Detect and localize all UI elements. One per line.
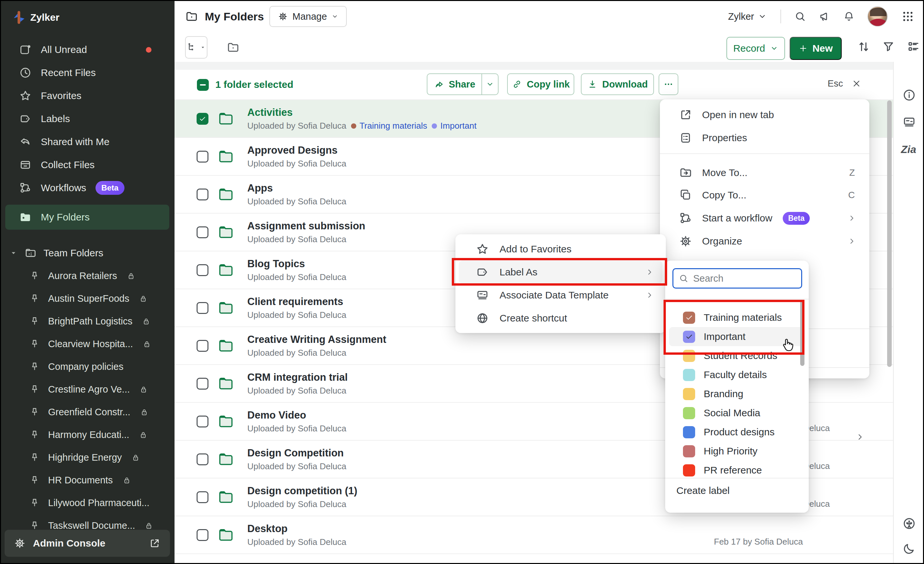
org-switcher[interactable]: Zylker bbox=[728, 11, 766, 22]
label-checkbox[interactable] bbox=[683, 426, 695, 438]
sidebar-team-folders-header[interactable]: Team Folders bbox=[0, 241, 174, 265]
folder-row[interactable]: DesktopUploaded by Sofia DelucaFeb 17 by… bbox=[174, 516, 893, 554]
row-checkbox[interactable] bbox=[196, 264, 208, 276]
info-icon[interactable] bbox=[902, 88, 916, 102]
apps-grid-icon[interactable] bbox=[902, 10, 914, 23]
copy-link-button[interactable]: Copy link bbox=[507, 73, 574, 95]
new-folder-icon[interactable] bbox=[226, 41, 240, 54]
sidebar-team-item[interactable]: HR Documents bbox=[0, 469, 174, 492]
folder-label[interactable]: Important bbox=[432, 121, 477, 131]
label-panel-scrollbar[interactable] bbox=[800, 300, 804, 366]
sidebar-team-item[interactable]: Lilywood Pharmaceuti... bbox=[0, 492, 174, 514]
label-option-product-designs[interactable]: Product designs bbox=[669, 422, 805, 441]
sidebar-team-item[interactable]: Clearview Hospita... bbox=[0, 333, 174, 355]
label-option-important[interactable]: Important bbox=[669, 327, 805, 346]
submenu-item-associate-data-template[interactable]: Associate Data Template bbox=[459, 284, 663, 307]
select-all-checkbox[interactable] bbox=[197, 79, 209, 91]
row-checkbox[interactable] bbox=[196, 491, 208, 503]
download-button[interactable]: Download bbox=[581, 73, 654, 95]
label-checkbox[interactable] bbox=[683, 445, 695, 458]
sidebar-team-item[interactable]: Austin SuperFoods bbox=[0, 287, 174, 310]
sort-icon[interactable] bbox=[857, 40, 870, 53]
new-button[interactable]: New bbox=[790, 37, 842, 60]
announcements-icon[interactable] bbox=[819, 10, 831, 22]
row-checkbox[interactable] bbox=[196, 453, 208, 465]
manage-button[interactable]: Manage bbox=[269, 6, 347, 27]
submenu-item-add-to-favorites[interactable]: Add to Favorites bbox=[459, 238, 663, 260]
folder-name: Assignment submission bbox=[247, 220, 365, 232]
label-option-social-media[interactable]: Social Media bbox=[669, 404, 805, 422]
folder-subline: Uploaded by Sofia Deluca bbox=[247, 159, 346, 169]
label-checkbox[interactable] bbox=[683, 331, 695, 343]
row-checkbox[interactable] bbox=[196, 151, 208, 163]
row-checkbox[interactable] bbox=[196, 529, 208, 541]
sidebar-item-workflows[interactable]: WorkflowsBeta bbox=[0, 177, 174, 199]
row-checkbox[interactable] bbox=[196, 113, 208, 125]
sidebar-team-item[interactable]: Crestline Agro Ve... bbox=[0, 378, 174, 401]
label-option-high-priority[interactable]: High Priority bbox=[669, 441, 805, 461]
list-scrollbar[interactable] bbox=[887, 100, 892, 367]
label-checkbox[interactable] bbox=[683, 464, 695, 476]
label-checkbox[interactable] bbox=[683, 388, 695, 400]
label-option-branding[interactable]: Branding bbox=[669, 384, 805, 404]
label-option-training-materials[interactable]: Training materials bbox=[669, 308, 805, 327]
notifications-bell-icon[interactable] bbox=[843, 10, 855, 22]
sidebar-item-collect-files[interactable]: Collect Files bbox=[0, 153, 174, 177]
list-view-icon[interactable] bbox=[907, 40, 920, 53]
folder-icon bbox=[216, 337, 236, 355]
sidebar-team-item[interactable]: Highridge Energy bbox=[0, 446, 174, 469]
share-dropdown-button[interactable] bbox=[482, 73, 498, 95]
label-checkbox[interactable] bbox=[683, 312, 695, 324]
sidebar-team-item[interactable]: Harmony Educati... bbox=[0, 423, 174, 446]
create-label-button[interactable]: Create label bbox=[676, 485, 730, 496]
label-checkbox[interactable] bbox=[683, 407, 695, 419]
sidebar-team-item[interactable]: BrightPath Logistics bbox=[0, 310, 174, 333]
context-menu-item-properties[interactable]: Properties bbox=[663, 127, 866, 149]
submenu-item-create-shortcut[interactable]: Create shortcut bbox=[459, 307, 663, 330]
admin-console-button[interactable]: Admin Console bbox=[4, 530, 170, 557]
context-menu-item-start-a-workflow[interactable]: Start a workflowBeta bbox=[663, 207, 866, 229]
sidebar-team-item[interactable]: Greenfield Constr... bbox=[0, 401, 174, 423]
row-checkbox[interactable] bbox=[196, 378, 208, 390]
label-checkbox[interactable] bbox=[683, 369, 695, 381]
label-option-faculty-details[interactable]: Faculty details bbox=[669, 365, 805, 384]
sidebar-item-favorites[interactable]: Favorites bbox=[0, 84, 174, 107]
row-checkbox[interactable] bbox=[196, 416, 208, 428]
row-checkbox[interactable] bbox=[196, 302, 208, 314]
context-menu-item-move-to-[interactable]: Move To...Z bbox=[663, 162, 866, 184]
row-checkbox[interactable] bbox=[196, 340, 208, 352]
row-checkbox[interactable] bbox=[196, 188, 208, 200]
context-menu-item-copy-to-[interactable]: Copy To...C bbox=[663, 184, 866, 206]
sidebar-team-item[interactable]: Aurora Retailers bbox=[0, 265, 174, 287]
dark-mode-moon-icon[interactable] bbox=[902, 542, 916, 555]
row-checkbox[interactable] bbox=[196, 226, 208, 238]
more-actions-button[interactable] bbox=[658, 73, 678, 95]
sidebar-item-my-folders[interactable]: My Folders bbox=[5, 205, 169, 230]
caret-down-icon[interactable] bbox=[9, 249, 18, 257]
sidebar-item-recent-files[interactable]: Recent Files bbox=[0, 61, 174, 84]
accessibility-icon[interactable] bbox=[902, 517, 916, 530]
label-option-name: Faculty details bbox=[704, 369, 767, 380]
context-menu-item-organize[interactable]: Organize bbox=[663, 230, 866, 252]
context-menu-item-open-in-new-tab[interactable]: Open in new tab bbox=[663, 104, 866, 126]
search-icon[interactable] bbox=[794, 10, 806, 22]
filter-icon[interactable] bbox=[882, 40, 895, 53]
tree-view-button[interactable] bbox=[185, 36, 207, 58]
sidebar-item-shared-with-me[interactable]: Shared with Me bbox=[0, 130, 174, 153]
submenu-item-label-as[interactable]: Label As bbox=[459, 260, 663, 284]
data-template-icon[interactable] bbox=[902, 115, 916, 129]
share-button[interactable]: Share bbox=[427, 73, 482, 95]
sidebar-item-labels[interactable]: Labels bbox=[0, 107, 174, 130]
close-selection[interactable]: Esc bbox=[828, 78, 861, 89]
label-option-student-records[interactable]: Student Records bbox=[669, 346, 805, 365]
folder-label[interactable]: Training materials bbox=[351, 121, 428, 131]
record-dropdown-button[interactable]: Record bbox=[726, 37, 785, 60]
label-checkbox[interactable] bbox=[683, 350, 695, 362]
label-option-pr-reference[interactable]: PR reference bbox=[669, 461, 805, 480]
label-search-input[interactable] bbox=[693, 273, 792, 284]
user-avatar[interactable] bbox=[867, 6, 888, 27]
sidebar-item-all-unread[interactable]: All Unread bbox=[0, 38, 174, 61]
sidebar-team-item[interactable]: Company policies bbox=[0, 355, 174, 378]
app-window: Zylker All UnreadRecent FilesFavoritesLa… bbox=[0, 0, 924, 564]
zia-assistant-icon[interactable]: Zia bbox=[901, 144, 916, 156]
